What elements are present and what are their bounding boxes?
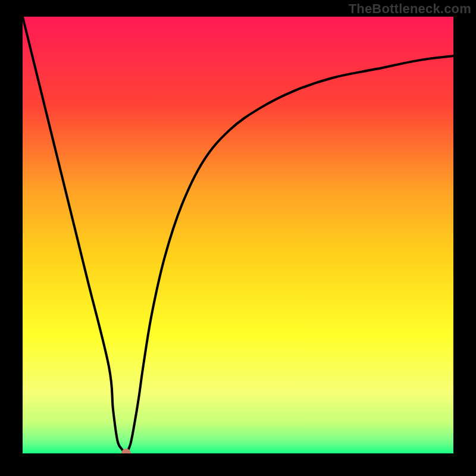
watermark-text: TheBottleneck.com [349,1,471,17]
plot-area [23,17,453,453]
gradient-background [23,17,453,453]
chart-svg [23,17,453,453]
chart-frame: TheBottleneck.com [0,0,476,476]
